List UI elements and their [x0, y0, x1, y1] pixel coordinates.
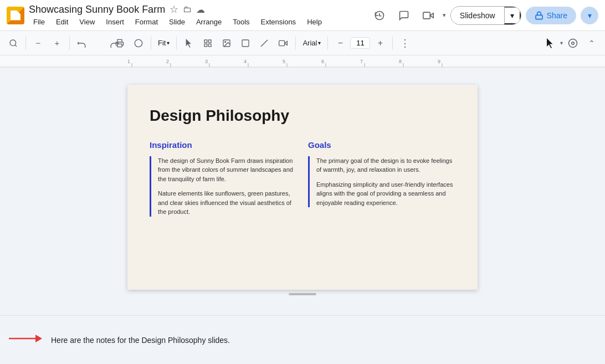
- menu-insert[interactable]: Insert: [101, 17, 129, 27]
- svg-text:4: 4: [244, 59, 247, 64]
- font-size-minus-button[interactable]: −: [331, 34, 349, 52]
- toolbar-sep-1: [25, 37, 26, 50]
- svg-marker-41: [35, 335, 42, 342]
- collapse-button[interactable]: ⌃: [583, 34, 601, 52]
- shape-button[interactable]: [237, 34, 254, 52]
- arrow-indicator: [9, 332, 42, 348]
- cloud-icon[interactable]: ☁: [196, 4, 205, 15]
- top-bar: Showcasing Sunny Book Farm ☆ 🗀 ☁ File Ed…: [0, 0, 605, 31]
- slide-title: Design Philosophy: [150, 107, 455, 125]
- line-button[interactable]: [255, 34, 273, 52]
- zoom-arrow: ▾: [167, 40, 170, 46]
- presentation-cursor-button[interactable]: [541, 34, 559, 52]
- doc-title-area: Showcasing Sunny Book Farm ☆ 🗀 ☁ File Ed…: [29, 3, 365, 27]
- toolbar-sep-3: [151, 37, 151, 50]
- menu-arrange[interactable]: Arrange: [192, 17, 226, 27]
- search-toolbar-button[interactable]: [4, 34, 22, 52]
- svg-marker-2: [430, 13, 433, 17]
- cursor-dropdown[interactable]: ▾: [560, 40, 563, 46]
- menu-tools[interactable]: Tools: [228, 17, 254, 27]
- svg-line-6: [15, 45, 17, 47]
- svg-rect-10: [204, 44, 207, 47]
- svg-text:2: 2: [166, 59, 169, 64]
- scroll-indicator: [127, 290, 478, 299]
- col1-body: The design of Sunny Book Farm draws insp…: [150, 156, 297, 217]
- app-logo: [7, 7, 24, 24]
- toolbar-right: ▾ ⌃: [541, 34, 601, 52]
- zoom-minus-icon: −: [36, 38, 41, 48]
- font-size-input[interactable]: 11: [350, 37, 370, 49]
- col2-body: The primary goal of the design is to evo…: [308, 156, 455, 208]
- video-call-button[interactable]: [418, 6, 438, 25]
- svg-marker-16: [285, 41, 288, 45]
- zoom-label: Fit: [158, 39, 166, 47]
- menu-view[interactable]: View: [75, 17, 99, 27]
- more-options-button[interactable]: ⋮: [396, 34, 414, 52]
- folder-icon[interactable]: 🗀: [183, 4, 192, 14]
- menu-help[interactable]: Help: [302, 17, 326, 27]
- font-family-dropdown[interactable]: Arial ▾: [299, 37, 324, 49]
- select-button[interactable]: [199, 34, 217, 52]
- video-dropdown[interactable]: ▾: [443, 12, 446, 19]
- video-tb-button[interactable]: [274, 34, 292, 52]
- toolbar-sep-6: [327, 37, 328, 50]
- zoom-plus-button[interactable]: +: [48, 34, 66, 52]
- slideshow-dropdown-button[interactable]: ▾: [504, 7, 521, 24]
- col2-para-1: The primary goal of the design is to evo…: [316, 156, 455, 175]
- svg-rect-3: [423, 12, 430, 19]
- menu-slide[interactable]: Slide: [165, 17, 189, 27]
- scroll-bar: [289, 293, 316, 295]
- canvas-area: Design Philosophy Inspiration The design…: [0, 68, 605, 315]
- font-size-plus-button[interactable]: +: [371, 34, 389, 52]
- menu-extensions[interactable]: Extensions: [257, 17, 301, 27]
- menu-edit[interactable]: Edit: [52, 17, 73, 27]
- svg-rect-20: [0, 55, 605, 67]
- toolbar-sep-5: [295, 37, 296, 50]
- menu-format[interactable]: Format: [131, 17, 162, 27]
- image-button[interactable]: [218, 34, 235, 52]
- ruler-svg: 1 2 3 4 5 6 7 8 9: [0, 55, 605, 67]
- svg-point-5: [10, 40, 16, 46]
- slide-col-2: Goals The primary goal of the design is …: [308, 140, 455, 222]
- zoom-minus-button[interactable]: −: [29, 34, 47, 52]
- svg-point-18: [569, 39, 577, 47]
- svg-line-15: [261, 40, 268, 47]
- font-arrow: ▾: [318, 40, 321, 46]
- doc-title-row: Showcasing Sunny Book Farm ☆ 🗀 ☁: [29, 3, 365, 16]
- zoom-dropdown[interactable]: Fit ▾: [155, 37, 173, 49]
- svg-rect-17: [279, 40, 285, 45]
- svg-text:3: 3: [205, 59, 208, 64]
- comment-button[interactable]: [394, 6, 414, 25]
- svg-text:1: 1: [127, 59, 130, 64]
- history-button[interactable]: [370, 6, 389, 25]
- notes-text[interactable]: Here are the notes for the Design Philos…: [51, 336, 230, 345]
- share-button[interactable]: Share: [526, 7, 576, 24]
- col1-heading: Inspiration: [150, 140, 297, 150]
- svg-rect-4: [536, 15, 542, 19]
- svg-rect-14: [242, 40, 249, 47]
- slideshow-main-button[interactable]: Slideshow: [451, 8, 504, 23]
- svg-text:6: 6: [321, 59, 324, 64]
- paint-button[interactable]: [130, 34, 147, 52]
- svg-point-19: [572, 42, 575, 44]
- notes-area[interactable]: Here are the notes for the Design Philos…: [0, 315, 605, 364]
- svg-text:5: 5: [283, 59, 285, 64]
- toolbar-sep-7: [392, 37, 393, 50]
- col2-para-2: Emphasizing simplicity and user-friendly…: [316, 180, 455, 208]
- ruler: 1 2 3 4 5 6 7 8 9: [0, 55, 605, 68]
- top-right-controls: ▾ Slideshow ▾ Share ▾: [370, 6, 598, 25]
- slideshow-button[interactable]: Slideshow ▾: [450, 6, 521, 25]
- col1-para-1: The design of Sunny Book Farm draws insp…: [158, 156, 297, 184]
- toolbar-sep-4: [176, 37, 177, 50]
- star-icon[interactable]: ☆: [170, 3, 178, 16]
- zoom-plus-icon: +: [55, 38, 60, 48]
- font-name: Arial: [302, 39, 317, 47]
- menu-file[interactable]: File: [29, 17, 49, 27]
- share-more-button[interactable]: ▾: [581, 7, 598, 24]
- redo-button[interactable]: [92, 34, 110, 52]
- share-label: Share: [547, 11, 567, 20]
- cursor-button[interactable]: [180, 34, 198, 52]
- undo-button[interactable]: [73, 34, 91, 52]
- focus-button[interactable]: [564, 34, 582, 52]
- slide-container[interactable]: Design Philosophy Inspiration The design…: [127, 85, 478, 290]
